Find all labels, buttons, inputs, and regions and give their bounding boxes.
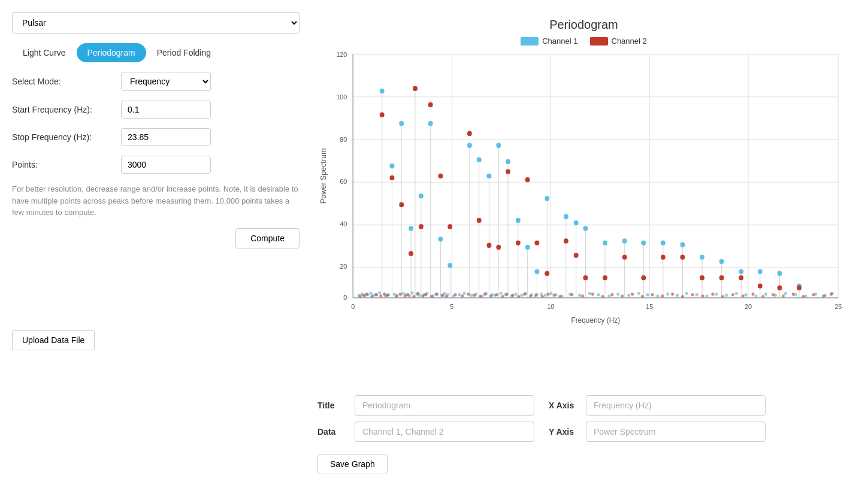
svg-point-33 <box>390 175 395 180</box>
y-axis-label: Y Axis <box>549 427 579 437</box>
svg-point-96 <box>622 254 627 259</box>
periodogram-svg: 0 20 40 60 80 100 120 0 5 10 15 20 25 Po… <box>317 48 850 335</box>
stop-freq-input[interactable] <box>121 128 211 146</box>
legend-ch2-label: Channel 2 <box>612 37 647 46</box>
svg-point-66 <box>496 245 501 250</box>
stop-freq-row: Stop Frequency (Hz): <box>12 128 300 146</box>
svg-point-255 <box>742 295 745 298</box>
svg-point-107 <box>700 254 704 259</box>
svg-point-251 <box>701 295 704 298</box>
chart-area: Periodogram Channel 1 Channel 2 <box>311 12 856 388</box>
svg-point-183 <box>685 292 688 295</box>
svg-point-158 <box>500 292 503 295</box>
svg-text:20: 20 <box>340 263 347 270</box>
tab-periodogram[interactable]: Periodogram <box>77 43 146 62</box>
svg-point-206 <box>386 294 389 297</box>
svg-point-123 <box>797 286 802 290</box>
svg-point-116 <box>758 269 763 274</box>
y-axis-field: Y Axis <box>549 422 766 442</box>
svg-point-168 <box>550 292 553 295</box>
svg-point-232 <box>529 295 532 298</box>
chart-legend: Channel 1 Channel 2 <box>317 37 850 46</box>
svg-point-81 <box>545 271 549 276</box>
svg-point-150 <box>458 293 461 296</box>
data-field: Data <box>317 422 534 442</box>
svg-point-238 <box>570 293 573 296</box>
svg-point-77 <box>535 269 540 274</box>
tab-light-curve[interactable]: Light Curve <box>12 43 77 62</box>
svg-point-69 <box>506 169 510 174</box>
svg-text:Power Spectrum: Power Spectrum <box>319 148 328 204</box>
svg-point-162 <box>520 294 523 297</box>
svg-text:Frequency (Hz): Frequency (Hz) <box>571 316 620 325</box>
bottom-form-left: Title Data <box>317 395 534 442</box>
svg-point-243 <box>621 295 624 298</box>
svg-point-93 <box>603 275 607 280</box>
svg-point-111 <box>719 275 724 280</box>
svg-point-167 <box>544 294 547 297</box>
svg-point-117 <box>758 283 763 288</box>
svg-point-99 <box>641 275 646 280</box>
svg-point-78 <box>535 240 540 245</box>
svg-point-119 <box>778 271 782 276</box>
svg-point-114 <box>739 275 743 280</box>
compute-button[interactable]: Compute <box>235 228 300 248</box>
svg-point-38 <box>409 226 413 231</box>
legend-ch1-label: Channel 1 <box>542 37 577 46</box>
upload-button[interactable]: Upload Data File <box>12 330 95 350</box>
points-input[interactable] <box>121 156 211 174</box>
svg-point-209 <box>404 295 407 298</box>
svg-text:25: 25 <box>834 303 842 310</box>
svg-point-176 <box>616 293 619 296</box>
svg-point-53 <box>447 263 452 268</box>
svg-point-60 <box>477 218 482 223</box>
svg-point-105 <box>681 254 685 259</box>
data-input[interactable] <box>355 422 534 442</box>
svg-point-239 <box>581 295 584 298</box>
svg-point-185 <box>705 295 708 298</box>
svg-point-186 <box>715 293 718 296</box>
source-select[interactable]: Pulsar Star Galaxy <box>12 12 300 34</box>
svg-point-174 <box>597 293 600 296</box>
svg-point-104 <box>681 243 685 247</box>
legend-ch2-swatch <box>590 37 608 46</box>
svg-point-177 <box>627 294 630 297</box>
svg-point-84 <box>564 238 568 243</box>
svg-text:40: 40 <box>340 220 347 228</box>
svg-point-57 <box>467 131 472 136</box>
save-graph-button[interactable]: Save Graph <box>317 454 388 474</box>
svg-point-161 <box>514 293 517 296</box>
svg-point-45 <box>419 224 424 229</box>
svg-point-42 <box>413 86 418 91</box>
svg-point-134 <box>393 293 396 296</box>
legend-ch2: Channel 2 <box>590 37 647 46</box>
svg-point-225 <box>489 295 492 298</box>
start-freq-input[interactable] <box>121 101 211 119</box>
svg-point-204 <box>379 295 382 298</box>
svg-point-59 <box>477 157 482 162</box>
svg-point-203 <box>374 293 377 296</box>
title-field: Title <box>317 395 534 416</box>
svg-point-139 <box>411 291 414 294</box>
svg-text:60: 60 <box>340 178 347 185</box>
svg-point-246 <box>651 293 654 296</box>
svg-point-217 <box>441 294 444 297</box>
svg-point-233 <box>535 293 538 296</box>
svg-point-262 <box>812 293 815 296</box>
tab-period-folding[interactable]: Period Folding <box>146 43 222 62</box>
title-input[interactable] <box>355 395 534 416</box>
y-axis-input[interactable] <box>586 422 766 442</box>
mode-select[interactable]: Frequency Period <box>121 72 211 91</box>
svg-point-187 <box>725 294 728 297</box>
data-label: Data <box>317 427 347 437</box>
svg-point-231 <box>523 293 526 296</box>
svg-point-220 <box>461 295 464 298</box>
svg-point-86 <box>574 220 579 225</box>
x-axis-field: X Axis <box>549 395 766 416</box>
svg-point-39 <box>409 251 413 256</box>
mode-label: Select Mode: <box>12 77 114 86</box>
svg-point-248 <box>671 293 674 296</box>
legend-ch1: Channel 1 <box>521 37 577 46</box>
x-axis-input[interactable] <box>586 395 766 416</box>
svg-point-213 <box>421 295 424 298</box>
